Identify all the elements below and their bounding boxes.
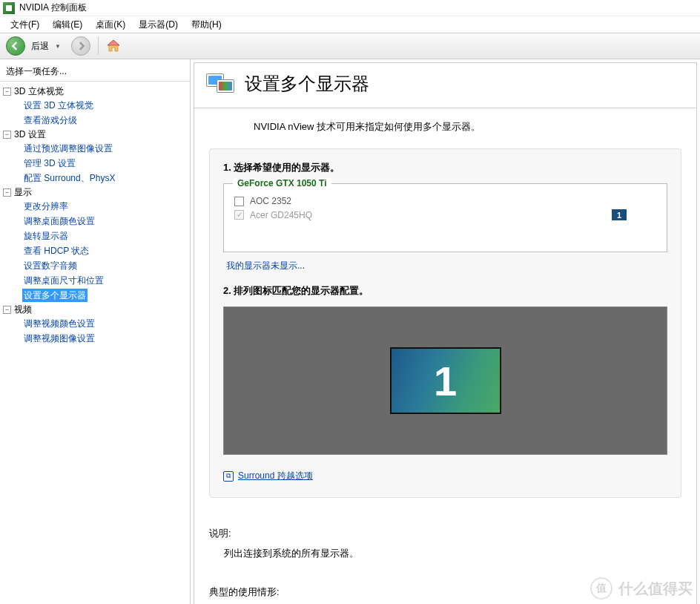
menubar: 文件(F) 编辑(E) 桌面(K) 显示器(D) 帮助(H): [0, 16, 700, 33]
monitor-1-icon[interactable]: 1: [390, 347, 501, 414]
checkbox-unchecked-icon[interactable]: [234, 197, 244, 206]
page-header: 设置多个显示器: [194, 63, 696, 108]
back-label: 后退: [31, 40, 49, 53]
back-dropdown-icon[interactable]: ▼: [55, 43, 61, 50]
display-checkbox-row[interactable]: AOC 2352: [234, 194, 656, 208]
tree-item[interactable]: 调整视频图像设置: [22, 332, 96, 345]
tree-item-multi-display[interactable]: 设置多个显示器: [22, 289, 88, 302]
page-title: 设置多个显示器: [245, 72, 369, 96]
typical-usage-label: 典型的使用情形:: [209, 583, 681, 600]
collapse-icon[interactable]: −: [3, 88, 11, 96]
home-button[interactable]: [106, 39, 121, 53]
tree-group-3d-settings[interactable]: − 3D 设置: [3, 128, 190, 141]
window-title: NVIDIA 控制面板: [19, 1, 87, 14]
nvidia-icon: [3, 2, 15, 14]
tree-item[interactable]: 查看游戏分级: [22, 114, 79, 127]
tree-group-3d-stereo[interactable]: − 3D 立体视觉: [3, 85, 190, 98]
description-label: 说明:: [209, 525, 681, 542]
checkbox-checked-icon: ✓: [234, 210, 244, 220]
gpu-name: GeForce GTX 1050 Ti: [233, 178, 331, 188]
tree-item[interactable]: 管理 3D 设置: [22, 157, 77, 170]
tree-item[interactable]: 设置 3D 立体视觉: [22, 99, 95, 112]
main-panel: 设置多个显示器 NVIDIA nView 技术可用来指定如何使用多个显示器。 1…: [191, 59, 700, 604]
step1-title: 1. 选择希望使用的显示器。: [223, 161, 667, 174]
settings-panel: 1. 选择希望使用的显示器。 GeForce GTX 1050 Ti AOC 2…: [209, 148, 681, 498]
menu-edit[interactable]: 编辑(E): [47, 17, 88, 33]
tree-item[interactable]: 旋转显示器: [22, 229, 70, 243]
tree-item[interactable]: 查看 HDCP 状态: [22, 244, 90, 257]
multi-display-icon: [206, 69, 236, 99]
titlebar: NVIDIA 控制面板: [0, 0, 700, 16]
display-number-badge: 1: [612, 209, 627, 220]
display-arrangement-area[interactable]: 1: [223, 306, 667, 455]
tree-item[interactable]: 配置 Surround、PhysX: [22, 171, 116, 185]
collapse-icon[interactable]: −: [3, 188, 11, 197]
forward-button[interactable]: [71, 36, 90, 56]
tree-group-video[interactable]: − 视频: [3, 303, 190, 316]
display-checkbox-row: ✓ Acer GD245HQ 1: [234, 208, 656, 222]
toolbar-separator: [98, 37, 99, 55]
menu-display[interactable]: 显示器(D): [133, 17, 184, 33]
description-body: 列出连接到系统的所有显示器。: [209, 545, 681, 562]
collapse-icon[interactable]: −: [3, 306, 11, 314]
step2-title: 2. 排列图标匹配您的显示器配置。: [223, 284, 667, 298]
tree-item[interactable]: 更改分辨率: [22, 200, 70, 213]
tree-group-display[interactable]: − 显示: [3, 186, 190, 199]
sidebar: 选择一项任务... − 3D 立体视觉 设置 3D 立体视觉 查看游戏分级 − …: [0, 59, 191, 604]
tree-item[interactable]: 通过预览调整图像设置: [22, 142, 114, 155]
toolbar: 后退 ▼: [0, 33, 700, 59]
display-name: Acer GD245HQ: [250, 210, 312, 220]
back-button[interactable]: [6, 36, 25, 56]
menu-desktop[interactable]: 桌面(K): [90, 17, 131, 33]
tree-item[interactable]: 调整桌面颜色设置: [22, 214, 96, 228]
menu-file[interactable]: 文件(F): [4, 17, 45, 33]
menu-help[interactable]: 帮助(H): [185, 17, 228, 33]
collapse-icon[interactable]: −: [3, 131, 11, 139]
surround-span-link[interactable]: ⧉ Surround 跨越选项: [223, 470, 667, 482]
description-section: 说明: 列出连接到系统的所有显示器。 典型的使用情形: 激活和关闭显示器: [194, 513, 696, 604]
display-name: AOC 2352: [250, 196, 291, 206]
tree-item[interactable]: 调整桌面尺寸和位置: [22, 274, 105, 287]
intro-text: NVIDIA nView 技术可用来指定如何使用多个显示器。: [194, 108, 696, 148]
tree-item[interactable]: 设置数字音频: [22, 259, 79, 272]
tree-item[interactable]: 调整视频颜色设置: [22, 317, 96, 330]
missing-display-link[interactable]: 我的显示器未显示...: [226, 260, 305, 272]
sidebar-title: 选择一项任务...: [0, 62, 190, 82]
surround-icon: ⧉: [223, 471, 234, 482]
nav-tree: − 3D 立体视觉 设置 3D 立体视觉 查看游戏分级 − 3D 设置 通过预览…: [0, 82, 190, 349]
gpu-group: GeForce GTX 1050 Ti AOC 2352 ✓ Acer GD24…: [223, 183, 667, 252]
